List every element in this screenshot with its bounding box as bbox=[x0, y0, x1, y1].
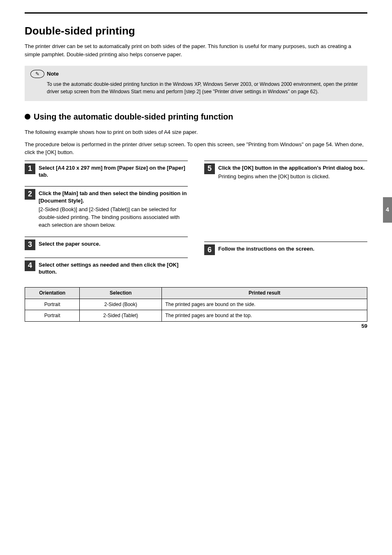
chapter-tab: 4 bbox=[383, 197, 392, 223]
note-body: To use the automatic double-sided printi… bbox=[30, 81, 362, 95]
td-selection: 2-Sided (Tablet) bbox=[80, 310, 162, 322]
step-4: 4 Select other settings as needed and th… bbox=[25, 258, 188, 276]
step-1: 1 Select [A4 210 x 297 mm] from [Paper S… bbox=[25, 161, 188, 179]
intro-text: The printer driver can be set to automat… bbox=[25, 42, 367, 58]
step-number: 1 bbox=[25, 164, 35, 174]
step-title: Follow the instructions on the screen. bbox=[218, 245, 367, 253]
step-3: 3 Select the paper source. bbox=[25, 237, 188, 250]
step-number: 4 bbox=[25, 260, 35, 271]
td-orientation: Portrait bbox=[25, 299, 80, 310]
bullet-icon bbox=[25, 114, 30, 120]
procedure-intro-1: The following example shows how to print… bbox=[25, 128, 367, 136]
step-desc: Printing begins when the [OK] button is … bbox=[218, 173, 367, 181]
note-box: ✎ Note To use the automatic double-sided… bbox=[25, 66, 367, 101]
th-result: Printed result bbox=[162, 287, 367, 299]
step-2: 2 Click the [Main] tab and then select t… bbox=[25, 186, 188, 229]
page-number: 59 bbox=[362, 322, 367, 330]
procedure-heading: Using the automatic double-sided printin… bbox=[25, 111, 367, 122]
th-selection: Selection bbox=[80, 287, 162, 299]
step-title: Select other settings as needed and then… bbox=[39, 261, 188, 276]
note-title: Note bbox=[47, 70, 59, 78]
td-orientation: Portrait bbox=[25, 310, 80, 322]
pencil-icon: ✎ bbox=[30, 70, 44, 78]
step-number: 2 bbox=[25, 189, 35, 200]
step-number: 3 bbox=[25, 240, 35, 250]
table-row: Portrait 2-Sided (Book) The printed page… bbox=[25, 299, 367, 310]
step-title: Click the [Main] tab and then select the… bbox=[39, 190, 188, 204]
step-desc: [2-Sided (Book)] and [2-Sided (Tablet)] … bbox=[39, 206, 188, 229]
procedure-intro-2: The procedure below is performed in the … bbox=[25, 140, 367, 157]
table-row: Portrait 2-Sided (Tablet) The printed pa… bbox=[25, 310, 367, 322]
step-title: Select [A4 210 x 297 mm] from [Paper Siz… bbox=[39, 164, 188, 179]
th-orientation: Orientation bbox=[25, 287, 80, 299]
top-rule bbox=[25, 12, 367, 14]
step-title: Select the paper source. bbox=[39, 240, 188, 248]
procedure-heading-text: Using the automatic double-sided printin… bbox=[34, 111, 233, 122]
td-selection: 2-Sided (Book) bbox=[80, 299, 162, 310]
step-number: 6 bbox=[204, 244, 215, 255]
step-6: 6 Follow the instructions on the screen. bbox=[204, 242, 367, 255]
step-title: Click the [OK] button in the application… bbox=[218, 164, 367, 172]
page-title: Double-sided printing bbox=[25, 23, 367, 38]
step-number: 5 bbox=[204, 164, 215, 174]
td-result: The printed pages are bound at the top. bbox=[162, 310, 367, 322]
step-5: 5 Click the [OK] button in the applicati… bbox=[204, 161, 367, 181]
binding-table: Orientation Selection Printed result Por… bbox=[25, 287, 367, 322]
td-result: The printed pages are bound on the side. bbox=[162, 299, 367, 310]
